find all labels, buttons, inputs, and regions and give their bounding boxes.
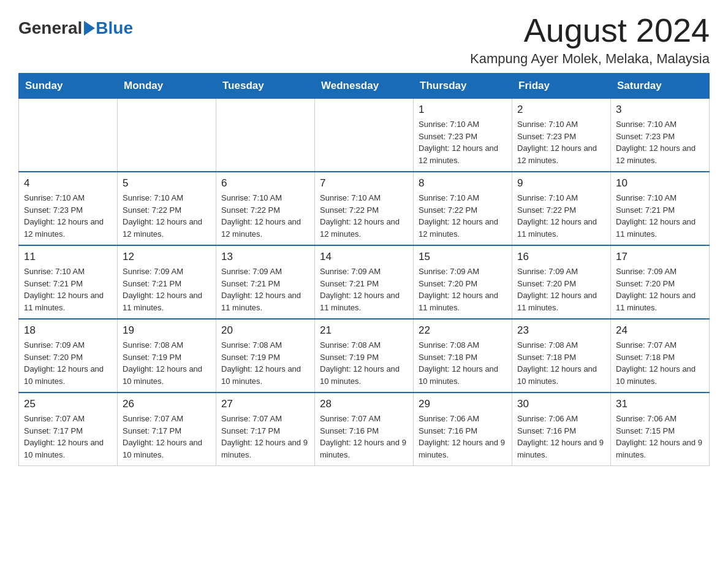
days-header-row: Sunday Monday Tuesday Wednesday Thursday… [19,74,710,99]
day-cell [118,99,216,172]
header-thursday: Thursday [414,74,512,99]
calendar-table: Sunday Monday Tuesday Wednesday Thursday… [18,73,710,466]
header-sunday: Sunday [19,74,118,99]
day-info: Sunrise: 7:08 AMSunset: 7:19 PMDaylight:… [123,339,211,387]
day-cell: 3Sunrise: 7:10 AMSunset: 7:23 PMDaylight… [611,99,710,172]
day-number: 3 [616,104,704,116]
day-cell: 12Sunrise: 7:09 AMSunset: 7:21 PMDayligh… [118,245,216,319]
day-number: 20 [221,324,309,337]
day-cell [315,99,414,172]
header-wednesday: Wednesday [315,74,414,99]
week-row-3: 11Sunrise: 7:10 AMSunset: 7:21 PMDayligh… [19,245,710,319]
day-cell: 30Sunrise: 7:06 AMSunset: 7:16 PMDayligh… [512,393,611,466]
day-info: Sunrise: 7:10 AMSunset: 7:21 PMDaylight:… [24,266,112,313]
day-number: 16 [517,251,605,263]
day-cell: 1Sunrise: 7:10 AMSunset: 7:23 PMDaylight… [414,99,512,172]
day-cell: 24Sunrise: 7:07 AMSunset: 7:18 PMDayligh… [611,319,710,393]
day-number: 23 [517,324,605,337]
day-info: Sunrise: 7:10 AMSunset: 7:22 PMDaylight:… [419,192,507,240]
day-info: Sunrise: 7:09 AMSunset: 7:20 PMDaylight:… [616,266,704,313]
day-info: Sunrise: 7:10 AMSunset: 7:22 PMDaylight:… [221,192,309,240]
day-info: Sunrise: 7:08 AMSunset: 7:19 PMDaylight:… [221,339,309,387]
day-number: 19 [123,324,211,337]
logo-triangle-icon [83,21,96,36]
day-info: Sunrise: 7:08 AMSunset: 7:18 PMDaylight:… [517,339,605,387]
day-info: Sunrise: 7:07 AMSunset: 7:16 PMDaylight:… [320,413,408,461]
day-cell: 9Sunrise: 7:10 AMSunset: 7:22 PMDaylight… [512,172,611,245]
day-info: Sunrise: 7:08 AMSunset: 7:18 PMDaylight:… [419,339,507,387]
day-cell: 11Sunrise: 7:10 AMSunset: 7:21 PMDayligh… [19,245,118,319]
day-cell: 23Sunrise: 7:08 AMSunset: 7:18 PMDayligh… [512,319,611,393]
day-cell: 10Sunrise: 7:10 AMSunset: 7:21 PMDayligh… [611,172,710,245]
day-cell: 28Sunrise: 7:07 AMSunset: 7:16 PMDayligh… [315,393,414,466]
location-subtitle: Kampung Ayer Molek, Melaka, Malaysia [470,51,710,67]
day-info: Sunrise: 7:10 AMSunset: 7:22 PMDaylight:… [320,192,408,240]
day-info: Sunrise: 7:07 AMSunset: 7:17 PMDaylight:… [24,413,112,461]
day-number: 10 [616,177,704,190]
day-cell: 17Sunrise: 7:09 AMSunset: 7:20 PMDayligh… [611,245,710,319]
day-cell: 19Sunrise: 7:08 AMSunset: 7:19 PMDayligh… [118,319,216,393]
day-number: 30 [517,398,605,410]
day-number: 7 [320,177,408,190]
logo-text-blue: Blue [96,18,133,38]
day-number: 17 [616,251,704,263]
day-cell: 8Sunrise: 7:10 AMSunset: 7:22 PMDaylight… [414,172,512,245]
day-info: Sunrise: 7:10 AMSunset: 7:23 PMDaylight:… [419,118,507,166]
day-cell: 31Sunrise: 7:06 AMSunset: 7:15 PMDayligh… [611,393,710,466]
day-info: Sunrise: 7:10 AMSunset: 7:22 PMDaylight:… [123,192,211,240]
day-cell: 18Sunrise: 7:09 AMSunset: 7:20 PMDayligh… [19,319,118,393]
day-number: 5 [123,177,211,190]
day-info: Sunrise: 7:07 AMSunset: 7:17 PMDaylight:… [221,413,309,461]
page-header: General Blue August 2024 Kampung Ayer Mo… [18,12,710,67]
day-info: Sunrise: 7:09 AMSunset: 7:21 PMDaylight:… [320,266,408,313]
day-number: 29 [419,398,507,410]
day-cell: 27Sunrise: 7:07 AMSunset: 7:17 PMDayligh… [216,393,315,466]
day-info: Sunrise: 7:09 AMSunset: 7:21 PMDaylight:… [221,266,309,313]
day-cell: 29Sunrise: 7:06 AMSunset: 7:16 PMDayligh… [414,393,512,466]
day-cell: 15Sunrise: 7:09 AMSunset: 7:20 PMDayligh… [414,245,512,319]
day-number: 31 [616,398,704,410]
day-cell: 20Sunrise: 7:08 AMSunset: 7:19 PMDayligh… [216,319,315,393]
day-info: Sunrise: 7:10 AMSunset: 7:23 PMDaylight:… [24,192,112,240]
day-info: Sunrise: 7:10 AMSunset: 7:22 PMDaylight:… [517,192,605,240]
svg-marker-0 [84,21,95,36]
day-number: 12 [123,251,211,263]
day-info: Sunrise: 7:06 AMSunset: 7:16 PMDaylight:… [517,413,605,461]
day-cell: 21Sunrise: 7:08 AMSunset: 7:19 PMDayligh… [315,319,414,393]
day-number: 25 [24,398,112,410]
day-number: 22 [419,324,507,337]
day-number: 28 [320,398,408,410]
day-cell: 2Sunrise: 7:10 AMSunset: 7:23 PMDaylight… [512,99,611,172]
day-info: Sunrise: 7:08 AMSunset: 7:19 PMDaylight:… [320,339,408,387]
day-info: Sunrise: 7:09 AMSunset: 7:20 PMDaylight:… [24,339,112,387]
title-area: August 2024 Kampung Ayer Molek, Melaka, … [470,12,710,67]
day-cell: 26Sunrise: 7:07 AMSunset: 7:17 PMDayligh… [118,393,216,466]
day-number: 27 [221,398,309,410]
day-info: Sunrise: 7:07 AMSunset: 7:17 PMDaylight:… [123,413,211,461]
week-row-1: 1Sunrise: 7:10 AMSunset: 7:23 PMDaylight… [19,99,710,172]
week-row-2: 4Sunrise: 7:10 AMSunset: 7:23 PMDaylight… [19,172,710,245]
day-info: Sunrise: 7:10 AMSunset: 7:23 PMDaylight:… [616,118,704,166]
day-number: 21 [320,324,408,337]
day-cell: 22Sunrise: 7:08 AMSunset: 7:18 PMDayligh… [414,319,512,393]
day-number: 1 [419,104,507,116]
day-cell: 16Sunrise: 7:09 AMSunset: 7:20 PMDayligh… [512,245,611,319]
day-number: 11 [24,251,112,263]
week-row-5: 25Sunrise: 7:07 AMSunset: 7:17 PMDayligh… [19,393,710,466]
day-number: 9 [517,177,605,190]
day-number: 6 [221,177,309,190]
day-cell: 13Sunrise: 7:09 AMSunset: 7:21 PMDayligh… [216,245,315,319]
day-cell: 5Sunrise: 7:10 AMSunset: 7:22 PMDaylight… [118,172,216,245]
day-cell: 4Sunrise: 7:10 AMSunset: 7:23 PMDaylight… [19,172,118,245]
day-info: Sunrise: 7:09 AMSunset: 7:21 PMDaylight:… [123,266,211,313]
day-info: Sunrise: 7:09 AMSunset: 7:20 PMDaylight:… [517,266,605,313]
month-title: August 2024 [470,12,710,48]
day-cell [216,99,315,172]
day-number: 13 [221,251,309,263]
day-cell: 7Sunrise: 7:10 AMSunset: 7:22 PMDaylight… [315,172,414,245]
day-number: 14 [320,251,408,263]
day-cell: 14Sunrise: 7:09 AMSunset: 7:21 PMDayligh… [315,245,414,319]
day-cell: 25Sunrise: 7:07 AMSunset: 7:17 PMDayligh… [19,393,118,466]
logo: General Blue [18,18,133,38]
header-monday: Monday [118,74,216,99]
